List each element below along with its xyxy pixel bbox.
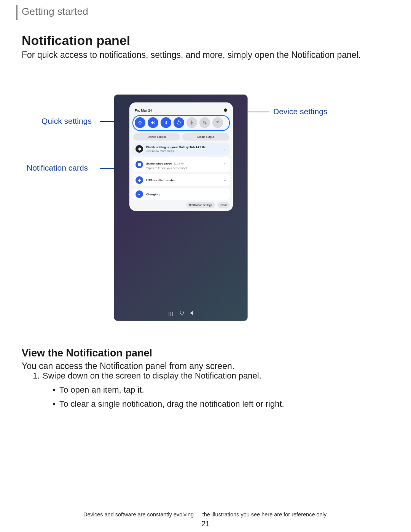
- bullet-text: To clear a single notification, drag the…: [59, 399, 284, 409]
- recents-icon[interactable]: III: [168, 311, 174, 317]
- footer-note: Devices and software are constantly evol…: [0, 511, 411, 518]
- usb-icon: [135, 176, 143, 184]
- notification-title: Charging: [146, 193, 159, 196]
- notification-title: Screenshot saved: [146, 162, 172, 165]
- callout-notification-cards: Notification cards: [27, 163, 88, 173]
- qs-airplane-icon[interactable]: [186, 117, 197, 128]
- notification-card[interactable]: Charging: [132, 188, 230, 200]
- media-output-button[interactable]: Media output: [182, 133, 229, 141]
- notification-sub: Just a few more steps: [146, 149, 206, 153]
- section-accent-bar: [16, 5, 18, 20]
- nav-bar: III: [114, 311, 247, 317]
- page-number: 21: [0, 519, 411, 528]
- chevron-down-icon[interactable]: [223, 177, 227, 184]
- qs-rotate-icon[interactable]: [174, 117, 184, 128]
- page-title: Notification panel: [22, 33, 130, 48]
- notification-settings-button[interactable]: Notification settings: [186, 202, 215, 208]
- device-screenshot: Fri, Mar 24 Device control Media output …: [114, 94, 248, 321]
- notification-title: Finish setting up your Galaxy Tab A7 Lit…: [146, 145, 206, 149]
- chevron-down-icon[interactable]: [223, 146, 227, 153]
- section-label: Getting started: [22, 6, 88, 18]
- notification-card[interactable]: USB for file transfer: [132, 174, 230, 186]
- notification-title: USB for file transfer: [146, 179, 175, 182]
- gear-icon[interactable]: [223, 108, 228, 113]
- quick-settings-row: [132, 115, 230, 131]
- bolt-icon: [135, 190, 143, 198]
- bullet-text: To open an item, tap it.: [59, 385, 144, 395]
- qs-hotspot-icon[interactable]: [212, 117, 223, 128]
- device-control-button[interactable]: Device control: [133, 133, 180, 141]
- qs-sound-icon[interactable]: [148, 117, 158, 128]
- notification-sub: Tap here to see your screenshot.: [146, 166, 188, 170]
- callout-quick-settings: Quick settings: [41, 117, 92, 126]
- notification-panel: Fri, Mar 24 Device control Media output …: [129, 102, 233, 211]
- notification-card[interactable]: Screenshot saved12:13 PM Tap here to see…: [132, 157, 230, 172]
- step-text: Swipe down on the screen to display the …: [43, 371, 261, 380]
- intro-paragraph: For quick access to notifications, setti…: [22, 50, 364, 61]
- callout-device-settings: Device settings: [273, 107, 327, 116]
- chevron-down-icon[interactable]: [223, 160, 227, 167]
- home-icon[interactable]: [180, 311, 184, 315]
- qs-data-icon[interactable]: [199, 117, 210, 128]
- back-icon[interactable]: [190, 311, 193, 315]
- subsection-paragraph: You can access the Notification panel fr…: [22, 355, 364, 371]
- image-icon: [135, 161, 143, 168]
- clear-button[interactable]: Clear: [217, 202, 230, 208]
- panel-date: Fri, Mar 24: [135, 109, 152, 112]
- notification-time: 12:13 PM: [174, 162, 184, 165]
- qs-wifi-icon[interactable]: [135, 117, 145, 128]
- qs-bluetooth-icon[interactable]: [161, 117, 171, 128]
- gear-icon: [135, 145, 143, 153]
- instruction-list: 1.Swipe down on the screen to display th…: [33, 371, 364, 408]
- notification-card[interactable]: Finish setting up your Galaxy Tab A7 Lit…: [132, 143, 230, 155]
